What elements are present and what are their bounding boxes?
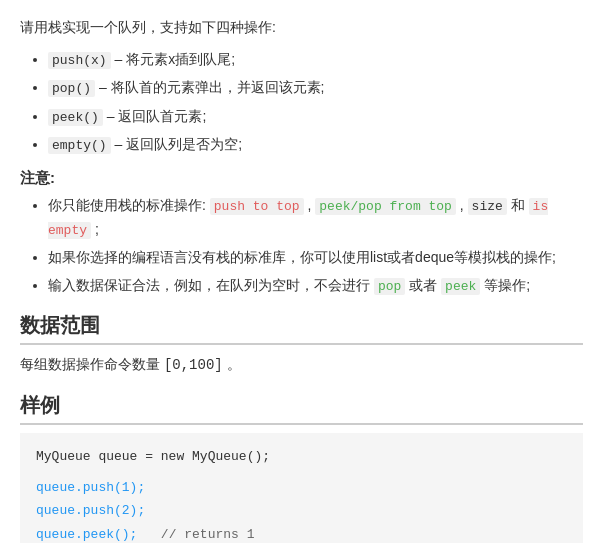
range-label: 每组数据操作命令数量 [20, 356, 160, 372]
code-text-2: queue.push(2); [36, 503, 145, 518]
list-item: empty() – 返回队列是否为空; [48, 133, 583, 157]
push-code: push(x) [48, 52, 111, 69]
note-list: 你只能使用栈的标准操作: push to top , peek/pop from… [20, 194, 583, 298]
push-to-top-code: push to top [210, 198, 304, 215]
note-peek-code: peek [441, 278, 480, 295]
code-line-3: queue.peek(); // returns 1 [36, 523, 567, 543]
empty-desc: – 返回队列是否为空; [115, 136, 243, 152]
etc-text: 等操作; [484, 277, 530, 293]
note-pop-code: pop [374, 278, 405, 295]
range-value: [0,100] [164, 357, 223, 373]
data-range-heading: 数据范围 [20, 312, 583, 345]
note-item-2: 如果你选择的编程语言没有栈的标准库，你可以使用list或者deque等模拟栈的操… [48, 246, 583, 270]
peek-pop-code: peek/pop from top [315, 198, 456, 215]
empty-code: empty() [48, 137, 111, 154]
code-text-3: queue.peek(); [36, 527, 153, 542]
comma-2: , [460, 197, 468, 213]
and-text: 和 [511, 197, 529, 213]
code-init-line: MyQueue queue = new MyQueue(); [36, 445, 567, 468]
list-item: push(x) – 将元素x插到队尾; [48, 48, 583, 72]
data-range-section: 数据范围 每组数据操作命令数量 [0,100] 。 [20, 312, 583, 378]
or-text: 或者 [409, 277, 441, 293]
operations-list: push(x) – 将元素x插到队尾; pop() – 将队首的元素弹出，并返回… [20, 48, 583, 156]
peek-desc: – 返回队首元素; [107, 108, 207, 124]
example-heading: 样例 [20, 392, 583, 425]
code-line-1: queue.push(1); [36, 476, 567, 499]
note-item-3: 输入数据保证合法，例如，在队列为空时，不会进行 pop 或者 peek 等操作; [48, 274, 583, 298]
pop-desc: – 将队首的元素弹出，并返回该元素; [99, 79, 325, 95]
note-title: 注意: [20, 169, 583, 188]
range-text: 每组数据操作命令数量 [0,100] 。 [20, 353, 583, 378]
size-code: size [468, 198, 507, 215]
note-text-1: 你只能使用栈的标准操作: [48, 197, 210, 213]
list-item: peek() – 返回队首元素; [48, 105, 583, 129]
code-lines-group: queue.push(1); queue.push(2); queue.peek… [36, 476, 567, 543]
note-text-3: 输入数据保证合法，例如，在队列为空时，不会进行 [48, 277, 374, 293]
note-item-1: 你只能使用栈的标准操作: push to top , peek/pop from… [48, 194, 583, 242]
code-block: MyQueue queue = new MyQueue(); queue.pus… [20, 433, 583, 543]
note-text-2: 如果你选择的编程语言没有栈的标准库，你可以使用list或者deque等模拟栈的操… [48, 249, 556, 265]
code-text-1: queue.push(1); [36, 480, 145, 495]
peek-code: peek() [48, 109, 103, 126]
pop-code: pop() [48, 80, 95, 97]
example-section: 样例 MyQueue queue = new MyQueue(); queue.… [20, 392, 583, 543]
code-comment-3: // returns 1 [161, 527, 255, 542]
main-content: 请用栈实现一个队列，支持如下四种操作: push(x) – 将元素x插到队尾; … [0, 0, 603, 543]
semicolon-1: ; [95, 221, 99, 237]
range-suffix: 。 [227, 356, 241, 372]
push-desc: – 将元素x插到队尾; [115, 51, 236, 67]
intro-text: 请用栈实现一个队列，支持如下四种操作: [20, 16, 583, 38]
code-line-2: queue.push(2); [36, 499, 567, 522]
list-item: pop() – 将队首的元素弹出，并返回该元素; [48, 76, 583, 100]
note-section: 注意: 你只能使用栈的标准操作: push to top , peek/pop … [20, 169, 583, 298]
